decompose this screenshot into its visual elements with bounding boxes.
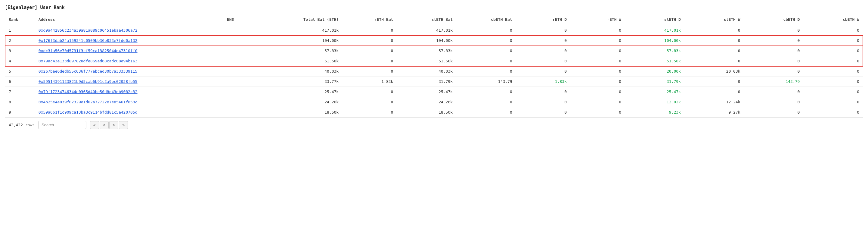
table-row: 90x59a661f1c909ca13ba3c9114bfdd81c5a4207… [5,107,863,117]
first-page-button[interactable]: « [90,121,99,129]
table-cell[interactable]: 0x176f3dab24a159341c0509bb36b833e7fdd0a1… [35,35,223,46]
col-header-cbeth-bal[interactable]: cbETH Bal [456,14,516,25]
col-header-reth-w[interactable]: rETH W [570,14,625,25]
table-cell: 0 [744,87,804,97]
address-link[interactable]: 0x59514391133821b9d5cab6b91c3a9bc02038fb… [38,79,137,84]
table-cell: 0 [570,46,625,56]
table-cell[interactable]: 0x59514391133821b9d5cab6b91c3a9bc02038fb… [35,77,223,87]
col-header-cbeth-d[interactable]: cbETH D [744,14,804,25]
page-title: [Eigenlayer] User Rank [5,5,863,10]
last-page-button[interactable]: » [119,121,128,129]
address-link[interactable]: 0x79f17234746344e0365d40be50d8d43db9082c… [38,89,137,94]
table-cell: 0 [570,97,625,107]
col-header-address[interactable]: Address [35,14,223,25]
col-header-cbeth-w[interactable]: cbETH W [803,14,863,25]
next-page-button[interactable]: > [109,121,118,129]
table-cell: 0 [570,25,625,35]
table-wrapper: Rank Address ENS Total Bal (ETH) rETH Ba… [5,14,863,132]
table-cell[interactable]: 0x59a661f1c909ca13ba3c9114bfdd81c5a42070… [35,107,223,117]
col-header-ens[interactable]: ENS [223,14,273,25]
page-container: [Eigenlayer] User Rank Rank [0,0,868,137]
col-header-reth-bal[interactable]: rETH Bal [342,14,397,25]
table-cell [223,46,273,56]
table-row: 10xd9a442856c234a39a81a089c06451ebaa4306… [5,25,863,35]
table-row: 70x79f17234746344e0365d40be50d8d43db9082… [5,87,863,97]
table-cell: 57.83k [273,46,342,56]
table-cell: 0 [744,56,804,66]
table-cell [223,97,273,107]
table-cell [223,56,273,66]
table-cell: 0 [456,25,516,35]
table-cell: 0 [803,46,863,56]
table-cell: 0 [516,66,570,77]
data-table: Rank Address ENS Total Bal (ETH) rETH Ba… [5,14,863,117]
table-cell: 0 [342,35,397,46]
table-cell [223,35,273,46]
table-cell: 0 [684,87,744,97]
table-cell: 1.83k [342,77,397,87]
pagination: « < > » [90,121,128,129]
table-cell: 0 [516,107,570,117]
table-cell: 0 [570,35,625,46]
table-cell: 0 [744,66,804,77]
table-cell: 51.50k [273,56,342,66]
table-cell: 57.83k [397,46,456,56]
table-cell: 0 [456,66,516,77]
address-link[interactable]: 0x176f3dab24a159341c0509bb36b833e7fdd0a1… [38,38,137,43]
table-footer: 42,422 rows « < > » [5,117,863,132]
col-header-steth-d[interactable]: stETH D [625,14,684,25]
table-cell: 0 [342,107,397,117]
table-cell: 9.27k [684,107,744,117]
table-cell: 1 [5,25,35,35]
table-cell: 0 [684,77,744,87]
table-cell: 0 [456,87,516,97]
address-link[interactable]: 0x59a661f1c909ca13ba3c9114bfdd81c5a42070… [38,110,137,114]
address-link[interactable]: 0xdc3fa56e70d5731f3cf59ca13825044d47310f… [38,49,137,53]
table-cell[interactable]: 0xd9a442856c234a39a81a089c06451ebaa4306a… [35,25,223,35]
table-cell: 7 [5,87,35,97]
table-cell: 0 [456,56,516,66]
row-count: 42,422 rows [9,123,35,127]
address-link[interactable]: 0x267bae6dedb55c636f777abced30b7a3333391… [38,69,137,74]
table-cell: 31.79k [397,77,456,87]
col-header-steth-bal[interactable]: stETH Bal [397,14,456,25]
table-row: 20x176f3dab24a159341c0509bb36b833e7fdd0a… [5,35,863,46]
table-cell: 0 [570,107,625,117]
table-cell: 0 [684,35,744,46]
table-row: 50x267bae6dedb55c636f777abced30b7a333339… [5,66,863,77]
table-cell: 12.02k [625,97,684,107]
table-cell: 0 [516,46,570,56]
table-cell: 25.47k [397,87,456,97]
table-cell: 417.01k [625,25,684,35]
col-header-rank[interactable]: Rank [5,14,35,25]
table-cell: 9.23k [625,107,684,117]
table-cell: 12.24k [684,97,744,107]
table-cell: 0 [570,77,625,87]
table-cell: 0 [516,35,570,46]
table-cell: 0 [803,56,863,66]
prev-page-button[interactable]: < [100,121,108,129]
table-cell[interactable]: 0xdc3fa56e70d5731f3cf59ca13825044d47310f… [35,46,223,56]
col-header-reth-d[interactable]: rETH D [516,14,570,25]
table-cell: 2 [5,35,35,46]
table-cell: 24.26k [273,97,342,107]
table-cell[interactable]: 0x79f17234746344e0365d40be50d8d43db9082c… [35,87,223,97]
table-cell: 51.50k [625,56,684,66]
table-cell: 0 [342,56,397,66]
table-cell: 0 [744,46,804,56]
table-cell[interactable]: 0x79ac43e133d897828dfe869ad68cadc08e94b1… [35,56,223,66]
table-cell: 104.00k [625,35,684,46]
search-input[interactable] [38,121,86,129]
table-cell: 0 [516,87,570,97]
address-link[interactable]: 0x79ac43e133d897828dfe869ad68cadc08e94b1… [38,59,137,63]
address-link[interactable]: 0x4b25e4e839f02329e1d02a72722e7e85461f85… [38,100,137,104]
col-header-steth-w[interactable]: stETH W [684,14,744,25]
col-header-total-bal[interactable]: Total Bal (ETH) [273,14,342,25]
table-cell: 0 [342,87,397,97]
table-cell: 0 [803,87,863,97]
table-cell: 40.03k [397,66,456,77]
table-cell[interactable]: 0x4b25e4e839f02329e1d02a72722e7e85461f85… [35,97,223,107]
table-cell: 417.01k [397,25,456,35]
table-cell[interactable]: 0x267bae6dedb55c636f777abced30b7a3333391… [35,66,223,77]
address-link[interactable]: 0xd9a442856c234a39a81a089c06451ebaa4306a… [38,28,137,32]
